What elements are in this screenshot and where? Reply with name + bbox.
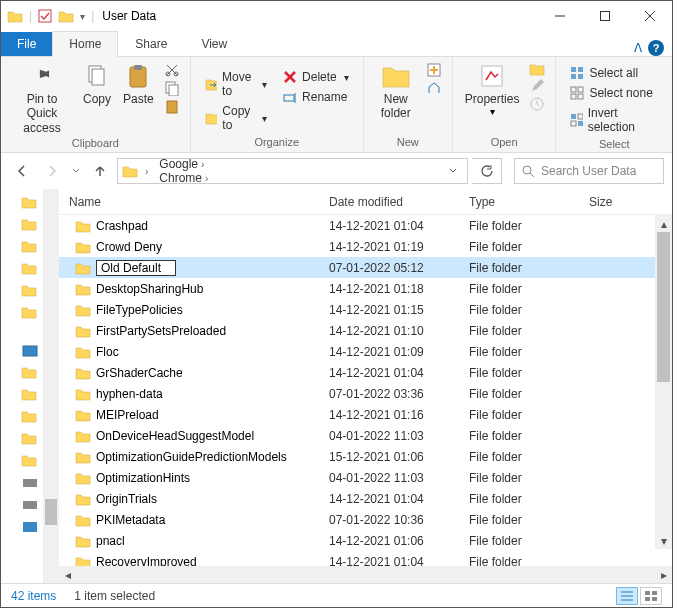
table-row[interactable]: MEIPreload14-12-2021 01:16File folder [59, 404, 672, 425]
column-headers[interactable]: Name Date modified Type Size [59, 189, 672, 215]
copy-to-button[interactable]: Copy to▾ [201, 102, 271, 134]
column-date: Date modified [329, 191, 469, 213]
vertical-scrollbar[interactable]: ▴▾ [655, 215, 672, 549]
svg-rect-32 [578, 121, 582, 126]
svg-rect-36 [23, 479, 37, 487]
svg-rect-42 [645, 591, 650, 595]
new-folder-button[interactable]: New folder [370, 60, 422, 123]
table-row[interactable]: OptimizationHints04-01-2022 11:03File fo… [59, 467, 672, 488]
rename-button[interactable]: Rename [279, 88, 353, 106]
history-icon[interactable] [529, 96, 545, 112]
recent-locations-button[interactable] [69, 158, 83, 184]
open-icon[interactable] [529, 62, 545, 76]
checkbox-icon[interactable] [38, 9, 52, 23]
tab-share[interactable]: Share [118, 31, 184, 56]
close-button[interactable] [627, 1, 672, 31]
paste-shortcut-icon[interactable] [164, 98, 180, 114]
table-row[interactable]: DesktopSharingHub14-12-2021 01:18File fo… [59, 278, 672, 299]
tree-scrollbar[interactable] [43, 189, 59, 583]
crumb[interactable]: Google› [155, 158, 226, 171]
svg-rect-26 [578, 87, 583, 92]
table-row[interactable]: OriginTrials14-12-2021 01:04File folder [59, 488, 672, 509]
invert-selection-icon [570, 113, 582, 127]
table-row[interactable]: OptimizationGuidePredictionModels15-12-2… [59, 446, 672, 467]
rename-input[interactable]: Old Default [96, 260, 176, 276]
table-row[interactable]: hyphen-data07-01-2022 03:36File folder [59, 383, 672, 404]
delete-icon [283, 70, 297, 84]
folder-copy-icon [205, 111, 218, 125]
column-name: Name [69, 191, 329, 213]
table-row[interactable]: FirstPartySetsPreloaded14-12-2021 01:10F… [59, 320, 672, 341]
table-row[interactable]: OnDeviceHeadSuggestModel04-01-2022 11:03… [59, 425, 672, 446]
pin-to-quick-access-button[interactable]: Pin to Quick access [7, 60, 77, 137]
svg-rect-43 [652, 591, 657, 595]
minimize-button[interactable] [537, 1, 582, 31]
group-select: Select all Select none Invert selection … [556, 57, 672, 152]
select-all-button[interactable]: Select all [566, 64, 662, 82]
help-button[interactable]: ? [648, 40, 664, 56]
group-new: New folder New [364, 57, 453, 152]
table-row[interactable]: Old Default07-01-2022 05:12File folder [59, 257, 672, 278]
table-row[interactable]: PKIMetadata07-01-2022 10:36File folder [59, 509, 672, 530]
svg-rect-19 [482, 66, 502, 86]
back-button[interactable] [9, 158, 35, 184]
collapse-ribbon-button[interactable]: ᐱ [634, 41, 642, 55]
tab-view[interactable]: View [184, 31, 244, 56]
svg-rect-12 [169, 85, 178, 96]
delete-button[interactable]: Delete▾ [279, 68, 353, 86]
copy-button[interactable]: Copy [77, 60, 117, 108]
search-input[interactable]: Search User Data [514, 158, 664, 184]
table-row[interactable]: RecoveryImproved14-12-2021 01:04File fol… [59, 551, 672, 566]
properties-button[interactable]: Properties▾ [459, 60, 526, 120]
easy-access-icon[interactable] [426, 80, 442, 96]
copy-icon [83, 62, 111, 90]
maximize-button[interactable] [582, 1, 627, 31]
up-button[interactable] [87, 158, 113, 184]
select-none-button[interactable]: Select none [566, 84, 662, 102]
edit-icon[interactable] [529, 78, 545, 94]
svg-rect-38 [23, 522, 37, 532]
new-folder-icon [380, 62, 412, 90]
folder-icon [122, 164, 138, 178]
rename-icon [283, 90, 297, 104]
copy-path-icon[interactable] [164, 80, 180, 96]
properties-icon [478, 62, 506, 90]
table-row[interactable]: pnacl14-12-2021 01:06File folder [59, 530, 672, 551]
horizontal-scrollbar[interactable]: ◂▸ [59, 566, 672, 583]
table-row[interactable]: Crowd Deny14-12-2021 01:19File folder [59, 236, 672, 257]
table-row[interactable]: Crashpad14-12-2021 01:04File folder [59, 215, 672, 236]
table-row[interactable]: GrShaderCache14-12-2021 01:04File folder [59, 362, 672, 383]
refresh-button[interactable] [472, 158, 502, 184]
invert-selection-button[interactable]: Invert selection [566, 104, 662, 136]
forward-button[interactable] [39, 158, 65, 184]
folder-arrow-icon [205, 77, 217, 91]
table-row[interactable]: Floc14-12-2021 01:09File folder [59, 341, 672, 362]
group-open: Properties▾ Open [453, 57, 557, 152]
move-to-button[interactable]: Move to▾ [201, 68, 271, 100]
file-list[interactable]: Crashpad14-12-2021 01:04File folderCrowd… [59, 215, 672, 566]
new-item-icon[interactable] [426, 62, 442, 78]
ribbon-tabs: File Home Share View ᐱ ? [1, 31, 672, 57]
crumb[interactable]: Chrome› [155, 171, 226, 184]
breadcrumb-dropdown[interactable] [443, 166, 463, 176]
thumbnails-view-button[interactable] [640, 587, 662, 605]
paste-icon [124, 62, 152, 90]
details-view-button[interactable] [616, 587, 638, 605]
cut-icon[interactable] [164, 62, 180, 78]
item-count: 42 items [11, 589, 56, 603]
breadcrumb[interactable]: › Local›Google›Chrome›User Data› [117, 158, 468, 184]
ribbon: Pin to Quick access Copy Paste Clipboard… [1, 57, 672, 153]
svg-rect-35 [23, 346, 37, 356]
search-icon [521, 164, 535, 178]
tab-home[interactable]: Home [52, 31, 118, 57]
svg-rect-30 [578, 114, 582, 119]
folder-icon-small [58, 9, 74, 23]
tab-file[interactable]: File [1, 32, 52, 56]
svg-rect-24 [578, 74, 583, 79]
svg-point-33 [523, 166, 531, 174]
select-all-icon [570, 66, 584, 80]
navigation-pane[interactable] [1, 189, 59, 583]
qat-dropdown[interactable]: ▾ [80, 11, 85, 22]
table-row[interactable]: FileTypePolicies14-12-2021 01:15File fol… [59, 299, 672, 320]
paste-button[interactable]: Paste [117, 60, 160, 108]
